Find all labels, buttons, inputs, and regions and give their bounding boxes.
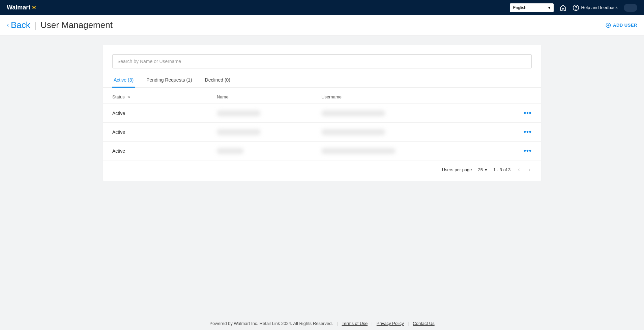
prev-page-button[interactable]: ‹ [517, 167, 521, 173]
col-header-actions [511, 94, 532, 99]
footer: Powered by Walmart Inc. Retail Link 2024… [0, 321, 644, 326]
back-label: Back [11, 20, 30, 30]
row-actions-menu[interactable]: ••• [511, 147, 532, 155]
help-label: Help and feedback [581, 5, 618, 10]
brand-logo: Walmart ✶ [7, 4, 36, 11]
redacted-name [217, 129, 261, 135]
tab-declined[interactable]: Declined (0) [204, 74, 232, 88]
search-container [103, 54, 541, 74]
divider: | [408, 321, 409, 326]
back-button[interactable]: ‹ Back [7, 20, 30, 30]
redacted-name [217, 110, 261, 116]
per-page-value: 25 [478, 167, 483, 172]
redacted-username [321, 110, 385, 116]
avatar[interactable] [624, 4, 637, 12]
breadcrumb: ‹ Back | User Management [7, 20, 113, 30]
cell-status: Active [112, 148, 217, 154]
page-range: 1 - 3 of 3 [493, 167, 510, 172]
home-icon [560, 4, 566, 11]
cell-status: Active [112, 129, 217, 135]
divider: | [372, 321, 373, 326]
help-button[interactable]: Help and feedback [573, 4, 618, 11]
user-management-card: Active (3) Pending Requests (1) Declined… [103, 45, 541, 181]
add-user-button[interactable]: ADD USER [606, 23, 637, 28]
status-header-label: Status [112, 94, 125, 99]
sort-icon: ⇅ [127, 95, 130, 99]
pagination: Users per page 25 ▾ 1 - 3 of 3 ‹ › [103, 160, 541, 173]
cell-username [321, 129, 511, 135]
svg-point-1 [576, 9, 576, 9]
search-input[interactable] [112, 54, 532, 68]
per-page-label: Users per page [442, 167, 472, 172]
page-title: User Management [40, 20, 113, 30]
help-icon [573, 4, 579, 11]
sub-header: ‹ Back | User Management ADD USER [0, 15, 644, 35]
header-actions: English ▾ Help and feedback [510, 3, 637, 12]
chevron-down-icon: ▾ [485, 167, 487, 172]
language-value: English [513, 5, 526, 10]
col-header-name[interactable]: Name [217, 94, 321, 99]
footer-privacy-link[interactable]: Privacy Policy [377, 321, 404, 326]
row-actions-menu[interactable]: ••• [511, 128, 532, 136]
language-select[interactable]: English ▾ [510, 3, 554, 12]
tab-pending[interactable]: Pending Requests (1) [145, 74, 193, 88]
brand-text: Walmart [7, 4, 30, 11]
table-row: Active ••• [103, 142, 541, 160]
table-row: Active ••• [103, 123, 541, 142]
chevron-down-icon: ▾ [548, 5, 550, 10]
col-header-status[interactable]: Status ⇅ [112, 94, 217, 99]
home-button[interactable] [560, 4, 566, 11]
next-page-button[interactable]: › [527, 167, 532, 173]
tabs: Active (3) Pending Requests (1) Declined… [103, 74, 541, 88]
cell-name [217, 148, 321, 154]
app-header: Walmart ✶ English ▾ Help and feedback [0, 0, 644, 15]
add-user-label: ADD USER [613, 23, 637, 28]
cell-username [321, 110, 511, 116]
chevron-left-icon: ‹ [7, 22, 9, 29]
divider: | [34, 21, 36, 30]
row-actions-menu[interactable]: ••• [511, 109, 532, 117]
tab-active[interactable]: Active (3) [112, 74, 135, 88]
cell-username [321, 148, 511, 154]
walmart-spark-icon: ✶ [32, 4, 36, 11]
cell-name [217, 110, 321, 116]
plus-circle-icon [606, 23, 611, 28]
cell-status: Active [112, 111, 217, 116]
footer-terms-link[interactable]: Terms of Use [342, 321, 368, 326]
redacted-name [217, 148, 244, 154]
footer-contact-link[interactable]: Contact Us [413, 321, 434, 326]
table-row: Active ••• [103, 104, 541, 123]
footer-copyright: Powered by Walmart Inc. Retail Link 2024… [209, 321, 333, 326]
col-header-username[interactable]: Username [321, 94, 511, 99]
redacted-username [321, 129, 385, 135]
redacted-username [321, 148, 396, 154]
table-header: Status ⇅ Name Username [103, 88, 541, 104]
cell-name [217, 129, 321, 135]
per-page-select[interactable]: 25 ▾ [478, 167, 487, 172]
divider: | [337, 321, 338, 326]
